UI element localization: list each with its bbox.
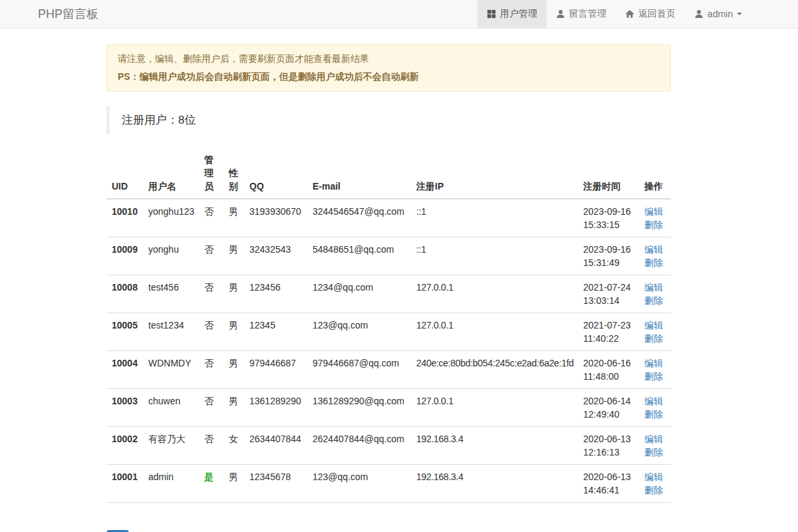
ops-cell: 编辑删除 bbox=[639, 313, 671, 351]
time-cell: 2021-07-23 11:40:22 bbox=[578, 313, 639, 351]
col-header-uid: UID bbox=[106, 148, 143, 199]
delete-link[interactable]: 删除 bbox=[644, 332, 666, 345]
ip-cell: ::1 bbox=[411, 237, 578, 275]
table-row: 10008test456否男1234561234@qq.com127.0.0.1… bbox=[106, 275, 671, 313]
admin-cell: 是 bbox=[199, 465, 223, 503]
table-row: 10005test1234否男12345123@qq.com127.0.0.12… bbox=[106, 313, 671, 351]
user-icon bbox=[556, 9, 565, 19]
delete-link[interactable]: 删除 bbox=[644, 294, 666, 307]
home-icon bbox=[625, 9, 634, 19]
ip-cell: 127.0.0.1 bbox=[411, 389, 578, 427]
uid-cell: 10008 bbox=[106, 275, 143, 313]
nav-item-account-dropdown[interactable]: admin bbox=[685, 0, 751, 28]
ops-cell: 编辑删除 bbox=[639, 427, 671, 465]
nav-menu: 用户管理 留言管理 返回首页 admin bbox=[477, 0, 751, 28]
delete-link[interactable]: 删除 bbox=[644, 370, 666, 383]
username-cell: chuwen bbox=[143, 389, 199, 427]
col-header-qq: QQ bbox=[244, 148, 307, 199]
caret-down-icon bbox=[737, 13, 742, 15]
uid-cell: 10009 bbox=[106, 237, 143, 275]
gender-cell: 男 bbox=[223, 465, 244, 503]
ip-cell: 240e:ce:80bd:b054:245c:e2ad:6a2e:1fd bbox=[411, 351, 578, 389]
navbar: PHP留言板 用户管理 留言管理 返回首页 admin bbox=[0, 0, 798, 29]
table-row: 10001admin是男12345678123@qq.com192.168.3.… bbox=[106, 465, 671, 503]
col-header-admin: 管理员 bbox=[199, 148, 223, 199]
page-title: 注册用户：8位 bbox=[106, 106, 671, 134]
time-cell: 2023-09-16 15:31:49 bbox=[578, 237, 639, 275]
edit-link[interactable]: 编辑 bbox=[644, 319, 666, 332]
uid-cell: 10003 bbox=[106, 389, 143, 427]
qq-cell: 12345 bbox=[244, 313, 307, 351]
admin-cell: 否 bbox=[199, 199, 223, 237]
edit-link[interactable]: 编辑 bbox=[644, 394, 666, 408]
table-row: 10002有容乃大否女26344078442624407844@qq.com19… bbox=[106, 427, 671, 465]
delete-link[interactable]: 删除 bbox=[644, 256, 666, 269]
username-cell: WDNMDY bbox=[143, 351, 199, 389]
edit-link[interactable]: 编辑 bbox=[644, 281, 666, 294]
username-cell: admin bbox=[143, 465, 199, 503]
main-content: 请注意，编辑、删除用户后，需要刷新页面才能查看最新结果 PS：编辑用户成功后会自… bbox=[106, 44, 671, 532]
email-cell: 54848651@qq.com bbox=[307, 237, 411, 275]
nav-item-message-management[interactable]: 留言管理 bbox=[547, 0, 616, 28]
qq-cell: 3193930670 bbox=[244, 199, 307, 237]
brand-title[interactable]: PHP留言板 bbox=[38, 0, 98, 28]
admin-cell: 否 bbox=[199, 237, 223, 275]
ip-cell: 192.168.3.4 bbox=[411, 465, 578, 503]
user-icon bbox=[694, 9, 704, 19]
time-cell: 2021-07-24 13:03:14 bbox=[578, 275, 639, 313]
nav-item-label: 返回首页 bbox=[638, 8, 676, 20]
user-table: UID 用户名 管理员 性别 QQ E-mail 注册IP 注册时间 操作 10… bbox=[106, 148, 671, 503]
col-header-time: 注册时间 bbox=[578, 148, 639, 199]
edit-link[interactable]: 编辑 bbox=[644, 470, 666, 483]
uid-cell: 10002 bbox=[106, 427, 143, 465]
nav-item-label: admin bbox=[708, 9, 733, 19]
uid-cell: 10001 bbox=[106, 465, 143, 503]
gender-cell: 男 bbox=[223, 313, 244, 351]
time-cell: 2020-06-13 12:16:13 bbox=[578, 427, 639, 465]
ops-cell: 编辑删除 bbox=[639, 389, 671, 427]
qq-cell: 1361289290 bbox=[244, 389, 307, 427]
col-header-username: 用户名 bbox=[143, 148, 199, 199]
admin-cell: 否 bbox=[199, 351, 223, 389]
nav-item-label: 用户管理 bbox=[500, 8, 537, 20]
nav-item-back-home[interactable]: 返回首页 bbox=[616, 0, 685, 28]
gender-cell: 男 bbox=[223, 199, 244, 237]
delete-link[interactable]: 删除 bbox=[644, 483, 666, 497]
username-cell: test456 bbox=[143, 275, 199, 313]
col-header-email: E-mail bbox=[307, 148, 411, 199]
edit-link[interactable]: 编辑 bbox=[644, 432, 666, 446]
email-cell: 979446687@qq.com bbox=[307, 351, 411, 389]
ops-cell: 编辑删除 bbox=[639, 351, 671, 389]
username-cell: yonghu bbox=[143, 237, 199, 275]
nav-item-user-management[interactable]: 用户管理 bbox=[477, 0, 547, 28]
email-cell: 1234@qq.com bbox=[307, 275, 411, 313]
time-cell: 2020-06-16 11:48:00 bbox=[578, 351, 639, 389]
username-cell: yonghu123 bbox=[143, 199, 199, 237]
ip-cell: 192.168.3.4 bbox=[411, 427, 578, 465]
email-cell: 123@qq.com bbox=[307, 465, 411, 503]
edit-link[interactable]: 编辑 bbox=[644, 356, 666, 370]
edit-link[interactable]: 编辑 bbox=[644, 205, 666, 218]
col-header-ip: 注册IP bbox=[411, 148, 578, 199]
ops-cell: 编辑删除 bbox=[639, 237, 671, 275]
edit-link[interactable]: 编辑 bbox=[644, 243, 666, 256]
col-header-gender: 性别 bbox=[223, 148, 244, 199]
time-cell: 2023-09-16 15:33:15 bbox=[578, 199, 639, 237]
col-header-ops: 操作 bbox=[639, 148, 671, 199]
admin-cell: 否 bbox=[199, 275, 223, 313]
username-cell: test1234 bbox=[143, 313, 199, 351]
time-cell: 2020-06-14 12:49:40 bbox=[578, 389, 639, 427]
email-cell: 123@qq.com bbox=[307, 313, 411, 351]
delete-link[interactable]: 删除 bbox=[644, 408, 666, 421]
qq-cell: 2634407844 bbox=[244, 427, 307, 465]
delete-link[interactable]: 删除 bbox=[644, 446, 666, 459]
email-cell: 1361289290@qq.com bbox=[307, 389, 411, 427]
username-cell: 有容乃大 bbox=[143, 427, 199, 465]
email-cell: 2624407844@qq.com bbox=[307, 427, 411, 465]
qq-cell: 123456 bbox=[244, 275, 307, 313]
ops-cell: 编辑删除 bbox=[639, 465, 671, 503]
gender-cell: 男 bbox=[223, 351, 244, 389]
grid-icon bbox=[487, 9, 496, 19]
qq-cell: 32432543 bbox=[244, 237, 307, 275]
delete-link[interactable]: 删除 bbox=[644, 218, 666, 231]
